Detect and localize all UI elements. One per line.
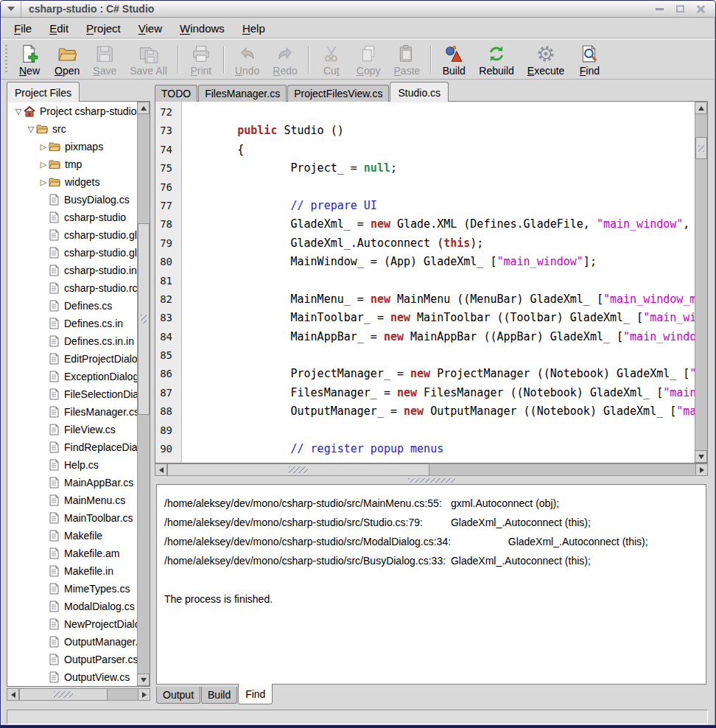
code-token: new [390,311,410,324]
menu-windows[interactable]: Windows [171,20,234,37]
code-token: "main_window_toolbar" [643,311,695,324]
tree-item-outputparser-cs[interactable]: OutputParser.cs [7,651,137,668]
tab-find[interactable]: Find [238,685,273,704]
open-folder-icon [57,44,77,63]
tree-item-mainmenu-cs[interactable]: MainMenu.cs [7,491,137,509]
new-button[interactable]: New [11,43,48,77]
code-text [178,272,184,290]
tree-item-csharp-studio-in[interactable]: csharp-studio.in [7,262,137,279]
output-line[interactable]: /home/aleksey/dev/mono/csharp-studio/src… [164,513,698,532]
tree-item-csharp-studio[interactable]: csharp-studio [7,209,137,226]
tree-item-modaldialog-cs[interactable]: ModalDialog.cs [7,598,137,615]
tree-item-editprojectdialog-cs[interactable]: EditProjectDialog.cs [7,350,137,368]
tree-item-busydialog-cs[interactable]: BusyDialog.cs [7,191,137,209]
tree-item-pixmaps[interactable]: ▷pixmaps [7,138,137,155]
scrollbar-thumb[interactable] [695,137,707,159]
tree-item-exceptiondialog-cs[interactable]: ExceptionDialog.cs [7,368,137,385]
arrow-down-icon [698,455,704,459]
tree-item-defines-cs-in-in[interactable]: Defines.cs.in.in [7,332,137,350]
expander-closed-icon[interactable]: ▷ [38,177,49,187]
tree-item-mainappbar-cs[interactable]: MainAppBar.cs [7,474,137,491]
code-text: // register popup menus [178,440,443,458]
maximize-button[interactable] [673,3,687,15]
tree-item-widgets[interactable]: ▷widgets [7,173,137,191]
tree-item-label: NewProjectDialog.cs [64,618,137,630]
expander-open-icon[interactable]: ▽ [26,124,36,134]
execute-button[interactable]: Execute [521,43,572,77]
tree-item-csharp-studio-rc[interactable]: csharp-studio.rc [7,279,137,297]
menu-file[interactable]: File [5,20,41,37]
tab-studio-cs[interactable]: Studio.cs [390,82,449,102]
scroll-up-button[interactable] [695,102,707,114]
scroll-down-button[interactable] [137,673,150,686]
scroll-right-button[interactable] [138,688,150,701]
toolbar-grip[interactable] [4,45,9,74]
output-line[interactable]: /home/aleksey/dev/mono/csharp-studio/src… [164,494,698,513]
output-line[interactable]: /home/aleksey/dev/mono/csharp-studio/src… [164,532,698,551]
minimize-button[interactable] [652,3,667,15]
tree-item-outputmanager-cs[interactable]: OutputManager.cs [7,633,137,651]
output-line[interactable]: The process is finished. [164,589,698,609]
expander-open-icon[interactable]: ▽ [13,106,24,116]
code-editor[interactable]: 7273 public Studio ()74 {75 Project_ = n… [155,101,708,463]
rebuild-button[interactable]: Rebuild [472,43,520,77]
tree-item-label: tmp [65,158,82,170]
tree-item-help-cs[interactable]: Help.cs [7,456,137,474]
tree-item-src[interactable]: ▽src [7,120,137,138]
code-line: 75 Project_ = null; [155,159,695,178]
scroll-left-button[interactable] [7,688,19,701]
file-icon [48,335,60,347]
scrollbar-thumb[interactable] [19,688,108,701]
tree-item-filesmanager-cs[interactable]: FilesManager.cs [7,403,137,421]
scroll-down-button[interactable] [695,450,707,463]
tree-item-fileselectiondialog-cs[interactable]: FileSelectionDialog.cs [7,385,137,403]
tree-item-makefile-in[interactable]: Makefile.in [7,562,137,580]
menu-help[interactable]: Help [234,20,274,37]
tab-project-files[interactable]: Project Files [7,82,80,102]
close-button[interactable] [693,3,708,15]
tree-item-label: MainMenu.cs [64,494,125,506]
output-line[interactable]: /home/aleksey/dev/mono/csharp-studio/src… [164,551,698,570]
window-menu-button[interactable] [1,1,21,17]
panel-splitter[interactable] [155,477,708,484]
scrollbar-thumb[interactable] [167,463,429,476]
menu-view[interactable]: View [130,20,171,37]
tree-item-defines-cs-in[interactable]: Defines.cs.in [7,315,137,332]
tree-item-makefile-am[interactable]: Makefile.am [7,545,137,562]
expander-closed-icon[interactable]: ▷ [38,159,49,169]
tree-item-findreplacedialog-cs[interactable]: FindReplaceDialog.cs [7,438,137,456]
tree-item-newprojectdialog-cs[interactable]: NewProjectDialog.cs [7,615,137,633]
scroll-up-button[interactable] [137,102,150,114]
code-token: ); [470,237,483,250]
code-text: ProjectManager_ = new ProjectManager ((N… [178,365,695,383]
scroll-right-button[interactable] [695,463,708,476]
tree-item-project-csharp-studio[interactable]: ▽Project csharp-studio [7,102,137,120]
tab-filesmanager-cs[interactable]: FilesManager.cs [198,85,287,102]
tab-todo[interactable]: TODO [155,85,197,102]
expander-closed-icon[interactable]: ▷ [38,141,49,152]
tab-projectfilesview-cs[interactable]: ProjectFilesView.cs [287,85,389,102]
tree-item-defines-cs[interactable]: Defines.cs [7,297,137,315]
tree-item-fileview-cs[interactable]: FileView.cs [7,421,137,438]
project-tree: ▽Project csharp-studio▽src▷pixmaps▷tmp▷w… [7,102,137,686]
tree-item-outputview-cs[interactable]: OutputView.cs [7,668,137,686]
tree-item-tmp[interactable]: ▷tmp [7,155,137,173]
tree-item-mimetypes-cs[interactable]: MimeTypes.cs [7,580,137,598]
tree-item-makefile[interactable]: Makefile [7,527,137,545]
tree-item-maintoolbar-cs[interactable]: MainToolbar.cs [7,509,137,527]
scrollbar-thumb[interactable] [138,223,150,415]
build-button[interactable]: Build [435,43,472,77]
tree-item-csharp-studio-gladep[interactable]: csharp-studio.gladep [7,244,137,262]
scroll-left-button[interactable] [155,463,167,476]
tab-output[interactable]: Output [156,687,200,704]
menu-project[interactable]: Project [77,20,130,37]
tree-item-label: widgets [65,176,99,188]
code-area[interactable]: 7273 public Studio ()74 {75 Project_ = n… [155,103,695,463]
tree-item-csharp-studio-glade[interactable]: csharp-studio.glade [7,226,137,244]
output-line[interactable] [164,570,698,589]
menu-edit[interactable]: Edit [41,20,77,37]
find-button[interactable]: Find [571,43,608,77]
tab-build[interactable]: Build [201,687,237,704]
output-panel[interactable]: /home/aleksey/dev/mono/csharp-studio/src… [156,484,706,685]
open-button[interactable]: Open [48,43,86,77]
